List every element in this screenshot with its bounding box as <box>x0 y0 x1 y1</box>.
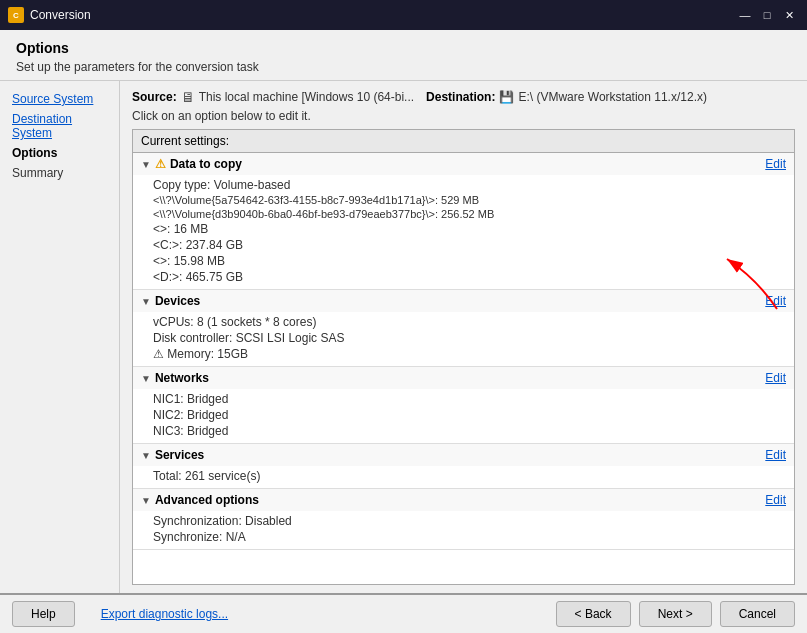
page-subtitle: Set up the parameters for the conversion… <box>16 60 791 74</box>
dest-text: E:\ (VMware Workstation 11.x/12.x) <box>518 90 707 104</box>
data-row-4: <C:>: 237.84 GB <box>153 237 774 253</box>
click-hint: Click on an option below to edit it. <box>132 109 795 123</box>
section-header-networks: ▼ Networks Edit <box>133 367 794 389</box>
edit-link-services[interactable]: Edit <box>765 448 786 462</box>
sidebar-item-options: Options <box>0 143 119 163</box>
section-services: ▼ Services Edit Total: 261 service(s) <box>133 444 794 489</box>
sidebar-item-summary[interactable]: Summary <box>0 163 119 183</box>
collapse-arrow-data[interactable]: ▼ <box>141 159 151 170</box>
section-title-devices: Devices <box>155 294 200 308</box>
collapse-arrow-devices[interactable]: ▼ <box>141 296 151 307</box>
collapse-arrow-networks[interactable]: ▼ <box>141 373 151 384</box>
advanced-row-1: Synchronize: N/A <box>153 529 774 545</box>
dest-label: Destination: <box>426 90 495 104</box>
data-row-3: <>: 16 MB <box>153 221 774 237</box>
section-body-advanced: Synchronization: Disabled Synchronize: N… <box>133 511 794 549</box>
settings-container: Current settings: ▼ ⚠ Data to copy Edit … <box>132 129 795 585</box>
source-label: Source: <box>132 90 177 104</box>
section-header-data-to-copy: ▼ ⚠ Data to copy Edit <box>133 153 794 175</box>
section-title-data: Data to copy <box>170 157 242 171</box>
devices-row-1: Disk controller: SCSI LSI Logic SAS <box>153 330 774 346</box>
app-icon: C <box>8 7 24 23</box>
section-data-to-copy: ▼ ⚠ Data to copy Edit Copy type: Volume-… <box>133 153 794 290</box>
section-body-services: Total: 261 service(s) <box>133 466 794 488</box>
section-body-devices: vCPUs: 8 (1 sockets * 8 cores) Disk cont… <box>133 312 794 366</box>
back-button[interactable]: < Back <box>556 601 631 627</box>
sidebar-item-destination-system[interactable]: Destination System <box>0 109 119 143</box>
section-title-services: Services <box>155 448 204 462</box>
source-dest-bar: Source: 🖥 This local machine [Windows 10… <box>132 89 795 105</box>
networks-row-2: NIC3: Bridged <box>153 423 774 439</box>
edit-link-networks[interactable]: Edit <box>765 371 786 385</box>
sidebar-item-source-system[interactable]: Source System <box>0 89 119 109</box>
export-logs-button[interactable]: Export diagnostic logs... <box>83 601 246 627</box>
help-button[interactable]: Help <box>12 601 75 627</box>
data-row-5: <>: 15.98 MB <box>153 253 774 269</box>
section-body-networks: NIC1: Bridged NIC2: Bridged NIC3: Bridge… <box>133 389 794 443</box>
maximize-button[interactable]: □ <box>757 5 777 25</box>
section-advanced-options: ▼ Advanced options Edit Synchronization:… <box>133 489 794 550</box>
edit-link-devices[interactable]: Edit <box>765 294 786 308</box>
section-header-advanced: ▼ Advanced options Edit <box>133 489 794 511</box>
services-row-0: Total: 261 service(s) <box>153 468 774 484</box>
data-row-0: Copy type: Volume-based <box>153 177 774 193</box>
networks-row-1: NIC2: Bridged <box>153 407 774 423</box>
data-row-1: <\\?\Volume{5a754642-63f3-4155-b8c7-993e… <box>153 193 774 207</box>
footer: Help Export diagnostic logs... < Back Ne… <box>0 593 807 633</box>
advanced-row-0: Synchronization: Disabled <box>153 513 774 529</box>
devices-row-0: vCPUs: 8 (1 sockets * 8 cores) <box>153 314 774 330</box>
monitor-icon: 🖥 <box>181 89 195 105</box>
titlebar: C Conversion — □ ✕ <box>0 0 807 30</box>
data-row-2: <\\?\Volume{d3b9040b-6ba0-46bf-be93-d79e… <box>153 207 774 221</box>
devices-row-2: ⚠ Memory: 15GB <box>153 346 774 362</box>
collapse-arrow-advanced[interactable]: ▼ <box>141 495 151 506</box>
section-header-devices: ▼ Devices Edit <box>133 290 794 312</box>
warning-icon-data: ⚠ <box>155 157 166 171</box>
dest-drive-icon: 💾 <box>499 90 514 104</box>
footer-right: < Back Next > Cancel <box>556 601 795 627</box>
data-row-6: <D:>: 465.75 GB <box>153 269 774 285</box>
networks-row-0: NIC1: Bridged <box>153 391 774 407</box>
minimize-button[interactable]: — <box>735 5 755 25</box>
main-window: Options Set up the parameters for the co… <box>0 30 807 633</box>
svg-text:C: C <box>13 11 19 20</box>
edit-link-data[interactable]: Edit <box>765 157 786 171</box>
header: Options Set up the parameters for the co… <box>0 30 807 81</box>
collapse-arrow-services[interactable]: ▼ <box>141 450 151 461</box>
next-button[interactable]: Next > <box>639 601 712 627</box>
section-body-data: Copy type: Volume-based <\\?\Volume{5a75… <box>133 175 794 289</box>
window-controls: — □ ✕ <box>735 5 799 25</box>
body: Source System Destination System Options… <box>0 81 807 593</box>
page-title: Options <box>16 40 791 56</box>
section-devices: ▼ Devices Edit vCPUs: 8 (1 sockets * 8 c… <box>133 290 794 367</box>
content-area: Source: 🖥 This local machine [Windows 10… <box>120 81 807 593</box>
section-networks: ▼ Networks Edit NIC1: Bridged NIC2: Brid… <box>133 367 794 444</box>
settings-scroll[interactable]: ▼ ⚠ Data to copy Edit Copy type: Volume-… <box>133 153 794 584</box>
sidebar: Source System Destination System Options… <box>0 81 120 593</box>
titlebar-title: Conversion <box>30 8 735 22</box>
section-header-services: ▼ Services Edit <box>133 444 794 466</box>
close-button[interactable]: ✕ <box>779 5 799 25</box>
edit-link-advanced[interactable]: Edit <box>765 493 786 507</box>
source-text: This local machine [Windows 10 (64-bi... <box>199 90 414 104</box>
cancel-button[interactable]: Cancel <box>720 601 795 627</box>
section-title-advanced: Advanced options <box>155 493 259 507</box>
settings-header: Current settings: <box>133 130 794 153</box>
footer-left: Help Export diagnostic logs... <box>12 601 548 627</box>
section-title-networks: Networks <box>155 371 209 385</box>
